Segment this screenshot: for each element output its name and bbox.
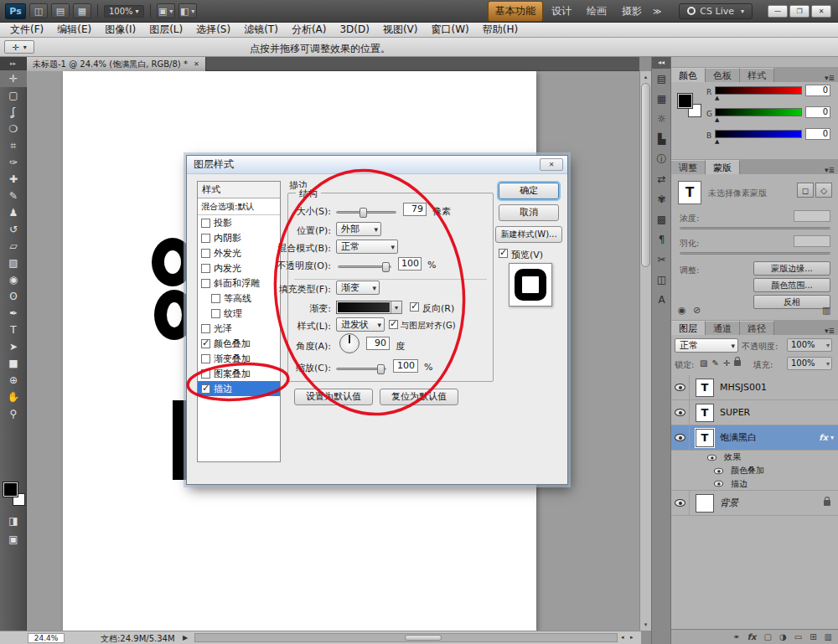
restore-button[interactable]: ❐ — [789, 5, 810, 18]
panel-menu-icon[interactable]: ▾≣ — [820, 166, 838, 174]
layer-fx-badge[interactable]: fx▾ — [819, 433, 834, 442]
minimize-button[interactable]: — — [768, 5, 788, 18]
scroll-right-icon[interactable]: ▸ — [630, 634, 634, 641]
screen-mode-icon[interactable]: ◧ — [178, 3, 197, 18]
zoom-level-control[interactable]: 100% — [104, 5, 144, 18]
style-item-outer-glow[interactable]: 外发光 — [198, 245, 280, 260]
green-channel-slider[interactable] — [715, 108, 802, 116]
visibility-cell[interactable] — [671, 400, 690, 425]
layer-name[interactable]: 饱满黑白 — [720, 431, 757, 444]
view-extras-icon[interactable]: ▦ — [73, 3, 91, 18]
blending-options-item[interactable]: 混合选项:默认 — [198, 198, 280, 215]
clone-source-panel-icon[interactable]: ✂ — [652, 250, 671, 270]
dialog-close-button[interactable]: ✕ — [540, 158, 563, 171]
scale-field[interactable]: 100 — [393, 359, 418, 373]
eye-icon[interactable] — [707, 454, 716, 461]
new-style-button[interactable]: 新建样式(W)... — [495, 226, 562, 243]
style-item-color-overlay[interactable]: 颜色叠加 — [198, 336, 280, 351]
brush-panel-icon[interactable]: ✾ — [652, 189, 671, 209]
add-layer-mask-icon[interactable]: ▢ — [764, 632, 772, 641]
crop-tool[interactable]: ⌗ — [0, 137, 27, 154]
opacity-slider[interactable] — [338, 265, 391, 268]
apply-mask-icon[interactable]: ◉ — [678, 305, 686, 316]
tab-adjustments[interactable]: 调整 — [671, 160, 706, 174]
eraser-tool[interactable]: ▱ — [0, 238, 27, 255]
menu-analysis[interactable]: 分析(A) — [285, 23, 334, 37]
bridge-icon[interactable]: ◫ — [29, 3, 48, 18]
quick-mask-button[interactable]: ◨ — [0, 513, 27, 529]
mask-edge-button[interactable]: 蒙版边缘... — [753, 261, 830, 276]
foreground-color-swatch[interactable] — [3, 482, 18, 497]
channels-panel-icon[interactable]: ◫ — [652, 270, 671, 290]
menu-select[interactable]: 选择(S) — [189, 23, 237, 37]
eye-icon[interactable] — [675, 434, 685, 441]
color-range-button[interactable]: 颜色范围... — [753, 278, 830, 292]
clone-stamp-tool[interactable]: ♟ — [0, 204, 27, 221]
menu-image[interactable]: 图像(I) — [98, 23, 142, 37]
tab-swatches[interactable]: 色板 — [706, 68, 740, 82]
fill-field[interactable]: 100% — [787, 357, 832, 370]
tab-styles[interactable]: 样式 — [740, 68, 774, 82]
new-group-icon[interactable]: ▭ — [794, 632, 802, 641]
tools-panel-grip[interactable]: ▸▸ — [0, 57, 26, 70]
eye-icon[interactable] — [714, 481, 723, 487]
layer-row-background[interactable]: 背景 — [671, 491, 838, 516]
size-field[interactable]: 79 — [403, 203, 427, 216]
pen-tool[interactable]: ✒ — [0, 305, 27, 322]
feather-slider[interactable] — [680, 252, 830, 255]
dialog-titlebar[interactable]: 图层样式 ✕ — [187, 156, 567, 174]
visibility-cell[interactable] — [671, 491, 690, 515]
slider-thumb[interactable] — [382, 262, 390, 272]
info-panel-icon[interactable]: ⓘ — [652, 149, 671, 169]
checkbox-icon[interactable] — [201, 234, 210, 243]
arrange-documents-icon[interactable]: ▣ — [157, 3, 175, 18]
close-button[interactable]: ✕ — [811, 5, 831, 18]
styles-panel-icon[interactable]: ▙ — [652, 129, 671, 149]
menu-file[interactable]: 文件(F) — [3, 23, 50, 37]
menu-layer[interactable]: 图层(L) — [142, 23, 189, 37]
brush-tool[interactable]: ✎ — [0, 188, 27, 204]
swatches-panel-icon[interactable]: ▩ — [652, 209, 671, 229]
text-layer-thumbnail[interactable]: T — [696, 429, 714, 447]
panel-menu-icon[interactable]: ▾≣ — [820, 74, 838, 82]
effect-color-overlay-row[interactable]: 颜色叠加 — [671, 464, 838, 477]
fill-type-select[interactable]: 渐变 — [336, 281, 380, 295]
workspace-design-button[interactable]: 设计 — [545, 2, 578, 21]
panel-menu-icon[interactable]: ▾≣ — [820, 327, 838, 335]
checkbox-icon[interactable] — [211, 294, 220, 303]
eye-icon[interactable] — [675, 384, 685, 391]
mini-bridge-icon[interactable]: ▤ — [51, 3, 70, 18]
checkbox-icon[interactable] — [211, 309, 220, 318]
foreground-color-swatch[interactable] — [678, 94, 692, 108]
reset-default-button[interactable]: 复位为默认值 — [380, 389, 458, 405]
preview-checkbox[interactable] — [499, 249, 508, 258]
layer-name[interactable]: SUPER — [720, 407, 750, 418]
blue-slider-marker[interactable]: ▲ — [715, 138, 719, 145]
menu-filter[interactable]: 滤镜(T) — [237, 23, 285, 37]
statusbar-zoom-field[interactable]: 24.4% — [28, 633, 65, 643]
blur-tool[interactable]: ◉ — [0, 271, 27, 288]
style-item-inner-shadow[interactable]: 内阴影 — [198, 230, 280, 245]
green-value-field[interactable]: 0 — [805, 106, 830, 118]
invert-button[interactable]: 反相 — [753, 295, 830, 309]
menu-help[interactable]: 帮助(H) — [476, 23, 525, 37]
layer-row-baomanheibai[interactable]: T 饱满黑白 fx▾ — [671, 425, 838, 451]
angle-field[interactable]: 90 — [366, 337, 390, 350]
move-tool[interactable]: ✛ — [0, 70, 27, 87]
dodge-tool[interactable]: ʘ — [0, 288, 27, 305]
cs-live-button[interactable]: CS Live — [679, 3, 753, 19]
scale-slider[interactable] — [336, 368, 386, 370]
delete-layer-icon[interactable]: ▥ — [825, 632, 832, 641]
zoom-tool[interactable]: ⚲ — [0, 405, 27, 422]
slider-thumb[interactable] — [360, 208, 367, 218]
menu-edit[interactable]: 编辑(E) — [50, 23, 98, 37]
statusbar-flyout-icon[interactable]: ▶ — [183, 634, 188, 641]
workspace-painting-button[interactable]: 绘画 — [580, 2, 613, 21]
eye-icon[interactable] — [714, 467, 723, 474]
3d-rotate-tool[interactable]: ⊕ — [0, 372, 27, 389]
style-item-contour[interactable]: 等高线 — [198, 291, 280, 306]
tab-paths[interactable]: 路径 — [740, 321, 774, 335]
feather-field[interactable] — [794, 235, 830, 247]
red-slider-marker[interactable]: ▲ — [715, 95, 719, 101]
add-pixel-mask-button[interactable]: ◻ — [797, 183, 814, 198]
